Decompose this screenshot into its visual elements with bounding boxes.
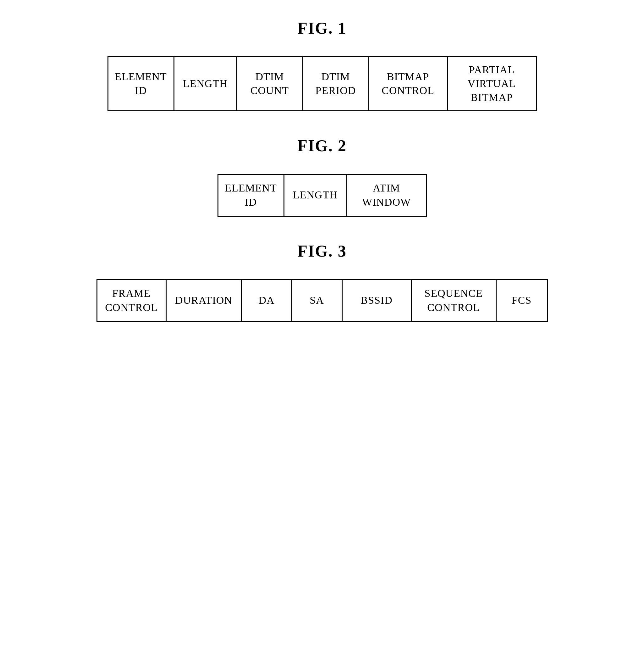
fig1-cell-dtim-period: DTIMPERIOD — [303, 57, 369, 111]
fig2-diagram: ELEMENTID LENGTH ATIMWINDOW — [218, 174, 427, 217]
fig1-title: FIG. 1 — [297, 19, 347, 37]
fig1-cell-element-id: ELEMENTID — [108, 57, 175, 111]
fig3-cell-sa: SA — [292, 280, 342, 321]
fig3-title: FIG. 3 — [297, 242, 347, 260]
fig1-diagram: ELEMENTID LENGTH DTIMCOUNT DTIMPERIOD BI… — [107, 56, 537, 111]
fig1-cell-bitmap-control: BITMAPCONTROL — [369, 57, 448, 111]
fig3-cell-sequence-control: SEQUENCECONTROL — [412, 280, 497, 321]
figure-2: FIG. 2 ELEMENTID LENGTH ATIMWINDOW — [12, 136, 632, 217]
fig1-cell-length: LENGTH — [175, 57, 237, 111]
fig3-diagram: FRAMECONTROL DURATION DA SA BSSID SEQUEN… — [96, 279, 548, 322]
fig2-cell-length: LENGTH — [284, 175, 347, 216]
figure-3: FIG. 3 FRAMECONTROL DURATION DA SA BSSID… — [12, 242, 632, 322]
figure-1: FIG. 1 ELEMENTID LENGTH DTIMCOUNT DTIMPE… — [12, 19, 632, 111]
fig3-cell-duration: DURATION — [167, 280, 242, 321]
fig2-cell-element-id: ELEMENTID — [219, 175, 284, 216]
fig3-cell-fcs: FCS — [497, 280, 547, 321]
fig2-cell-atim-window: ATIMWINDOW — [347, 175, 426, 216]
fig2-title: FIG. 2 — [297, 136, 347, 155]
fig1-cell-partial-virtual-bitmap: PARTIALVIRTUALBITMAP — [448, 57, 536, 111]
fig3-cell-da: DA — [242, 280, 292, 321]
fig1-cell-dtim-count: DTIMCOUNT — [237, 57, 303, 111]
fig3-cell-frame-control: FRAMECONTROL — [97, 280, 167, 321]
fig3-cell-bssid: BSSID — [342, 280, 412, 321]
